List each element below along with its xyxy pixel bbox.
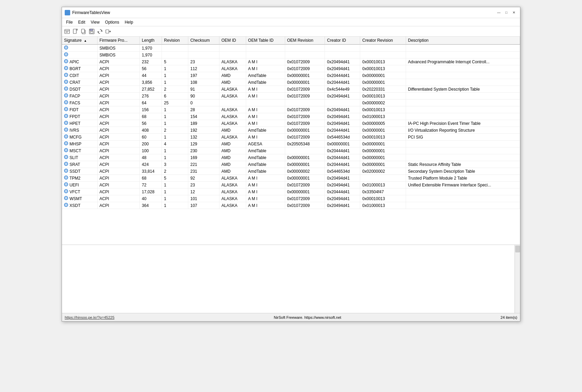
- table-row[interactable]: FACSACPI642500x00000002: [62, 100, 520, 106]
- main-window: FirmwareTablesView — □ ✕ File Edit View …: [62, 7, 520, 322]
- svg-rect-1: [65, 30, 69, 31]
- statusbar-center: NirSoft Freeware. https://www.nirsoft.ne…: [114, 315, 501, 319]
- row-icon: [64, 52, 68, 56]
- table-content[interactable]: Signature ▲ Firmware Pro... Length Revis…: [62, 37, 520, 245]
- table-row[interactable]: APICACPI232523ALASKAA M I0x010720090x204…: [62, 58, 520, 65]
- table-row[interactable]: FACPACPI276690ALASKAA M I0x010720090x204…: [62, 93, 520, 100]
- row-icon: [64, 148, 68, 152]
- row-icon: [64, 189, 68, 193]
- detail-pane: [62, 245, 520, 313]
- table-body: SMBIOS1,970SMBIOS1,970APICACPI232523ALAS…: [62, 44, 520, 209]
- table-row[interactable]: DSDTACPI27,852291ALASKAA M I0x010720090x…: [62, 86, 520, 93]
- table-row[interactable]: SRATACPI4243221AMDAmdTable0x000000010x20…: [62, 161, 520, 168]
- detail-scrollbar[interactable]: [515, 245, 520, 313]
- row-icon: [64, 87, 68, 91]
- toolbar: [62, 26, 520, 37]
- menu-help[interactable]: Help: [122, 19, 136, 25]
- col-creator-revision[interactable]: Creator Revision: [360, 37, 406, 44]
- titlebar-left: FirmwareTablesView: [65, 10, 110, 15]
- table-row[interactable]: SLITACPI481169AMDAmdTable0x000000010x204…: [62, 154, 520, 161]
- row-icon: [64, 93, 68, 97]
- svg-rect-4: [73, 29, 76, 34]
- row-icon: [64, 196, 68, 200]
- row-icon: [64, 203, 68, 207]
- col-description[interactable]: Description: [406, 37, 520, 44]
- row-icon: [64, 162, 68, 166]
- table-row[interactable]: XSDTACPI3641107ALASKAA M I0x010720090x20…: [62, 202, 520, 209]
- table-row[interactable]: VFCTACPI17,028112ALASKAA M I0x000000010x…: [62, 188, 520, 195]
- col-oem-revision[interactable]: OEM Revision: [285, 37, 325, 44]
- col-length[interactable]: Length: [140, 37, 162, 44]
- table-container: Signature ▲ Firmware Pro... Length Revis…: [62, 37, 520, 245]
- table-row[interactable]: MCFGACPI601132ALASKAA M I0x010720090x544…: [62, 134, 520, 141]
- toolbar-btn-1[interactable]: [63, 28, 71, 35]
- window-title: FirmwareTablesView: [72, 10, 110, 15]
- firmware-table: Signature ▲ Firmware Pro... Length Revis…: [62, 37, 520, 209]
- table-row[interactable]: MHSPACPI2004129AMDAGESA0x205053480x00000…: [62, 141, 520, 147]
- close-button[interactable]: ✕: [510, 9, 517, 16]
- svg-marker-12: [97, 31, 99, 33]
- maximize-button[interactable]: □: [503, 9, 510, 16]
- table-row[interactable]: TPM2ACPI68592ALASKAA M I0x000000010x2049…: [62, 175, 520, 182]
- row-icon: [64, 107, 68, 111]
- svg-marker-15: [110, 30, 111, 32]
- col-signature[interactable]: Signature ▲: [62, 37, 97, 44]
- row-icon: [64, 121, 68, 125]
- table-row[interactable]: WSMTACPI401101ALASKAA M I0x010720090x204…: [62, 195, 520, 202]
- table-row[interactable]: HPETACPI561189ALASKAA M I0x010720090x204…: [62, 120, 520, 127]
- statusbar: https://hinsoo.pe.kr/?p=45225 NirSoft Fr…: [62, 313, 520, 321]
- scrollbar-thumb[interactable]: [515, 246, 520, 252]
- statusbar-count: 24 item(s): [501, 315, 517, 319]
- titlebar: FirmwareTablesView — □ ✕: [62, 7, 520, 18]
- row-icon: [64, 59, 68, 63]
- row-icon: [64, 114, 68, 118]
- toolbar-btn-3[interactable]: [80, 28, 87, 35]
- row-icon: [64, 169, 68, 173]
- col-oem-table-id[interactable]: OEM Table ID: [246, 37, 285, 44]
- table-row[interactable]: SMBIOS1,970: [62, 52, 520, 58]
- svg-marker-11: [101, 30, 103, 31]
- table-row[interactable]: UEFIACPI72123ALASKAA M I0x010720090x2049…: [62, 182, 520, 188]
- menu-view[interactable]: View: [88, 19, 102, 25]
- row-icon: [64, 128, 68, 132]
- col-creator-id[interactable]: Creator ID: [325, 37, 360, 44]
- col-oem-id[interactable]: OEM ID: [219, 37, 246, 44]
- table-row[interactable]: CRATACPI3,8561108AMDAmdTable0x000000010x…: [62, 79, 520, 86]
- col-firmware-provider[interactable]: Firmware Pro...: [97, 37, 140, 44]
- svg-rect-9: [90, 29, 93, 31]
- row-icon: [64, 141, 68, 145]
- row-icon: [64, 175, 68, 180]
- table-row[interactable]: MSCTACPI1001230AMDAmdTable0x20444d410x00…: [62, 147, 520, 154]
- table-row[interactable]: SMBIOS1,970: [62, 44, 520, 52]
- menu-edit[interactable]: Edit: [75, 19, 88, 25]
- table-row[interactable]: FPDTACPI681154ALASKAA M I0x010720090x204…: [62, 113, 520, 120]
- table-header-row: Signature ▲ Firmware Pro... Length Revis…: [62, 37, 520, 44]
- col-revision[interactable]: Revision: [162, 37, 188, 44]
- toolbar-btn-4[interactable]: [88, 28, 96, 35]
- toolbar-btn-2[interactable]: [72, 28, 79, 35]
- col-checksum[interactable]: Checksum: [188, 37, 219, 44]
- row-icon: [64, 155, 68, 159]
- row-icon: [64, 182, 68, 186]
- menubar: File Edit View Options Help: [62, 18, 520, 26]
- toolbar-btn-5[interactable]: [96, 28, 104, 35]
- minimize-button[interactable]: —: [495, 9, 502, 16]
- row-icon: [64, 66, 68, 70]
- table-row[interactable]: SSDTACPI33,8142231AMDAmdTable0x000000020…: [62, 168, 520, 175]
- table-row[interactable]: BGRTACPI561112ALASKAA M I0x010720090x204…: [62, 65, 520, 72]
- menu-file[interactable]: File: [63, 19, 75, 25]
- titlebar-controls: — □ ✕: [495, 9, 517, 16]
- table-row[interactable]: IVRSACPI4082192AMDAmdTable0x000000010x20…: [62, 127, 520, 134]
- table-row[interactable]: FIDTACPI156128ALASKAA M I0x010720090x204…: [62, 106, 520, 113]
- toolbar-btn-6[interactable]: [104, 28, 112, 35]
- menu-options[interactable]: Options: [102, 19, 122, 25]
- svg-rect-5: [76, 29, 77, 30]
- row-icon: [64, 100, 68, 104]
- row-icon: [64, 73, 68, 77]
- table-row[interactable]: CDITACPI441197AMDAmdTable0x000000010x204…: [62, 72, 520, 79]
- row-icon: [64, 80, 68, 84]
- svg-rect-10: [90, 31, 93, 33]
- statusbar-url[interactable]: https://hinsoo.pe.kr/?p=45225: [65, 315, 114, 319]
- svg-rect-13: [106, 30, 109, 33]
- row-icon: [64, 45, 68, 50]
